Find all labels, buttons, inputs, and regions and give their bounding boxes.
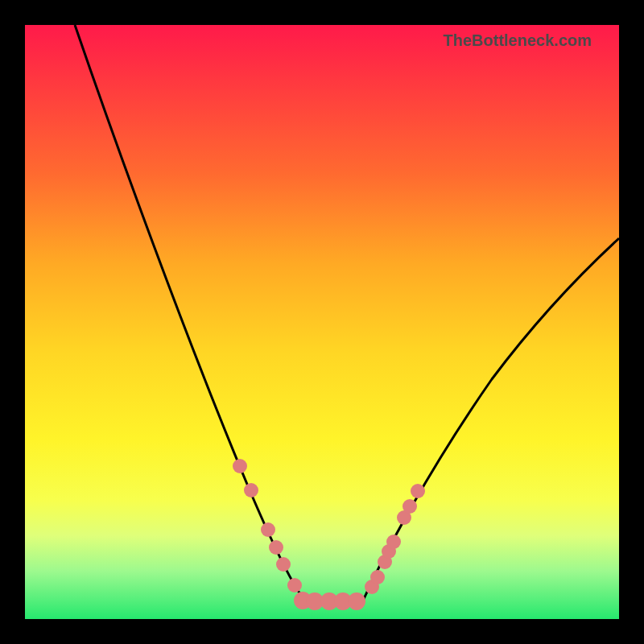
chart-plot-area: TheBottleneck.com (25, 25, 619, 619)
bottleneck-curve-right (363, 238, 619, 601)
gpu-marker (402, 499, 417, 514)
gpu-marker (287, 578, 302, 592)
gpu-marker (244, 483, 258, 497)
chart-frame: TheBottleneck.com (0, 0, 644, 644)
curve-svg (25, 25, 619, 619)
gpu-marker (386, 535, 401, 549)
gpu-marker (261, 522, 275, 537)
gpu-marker (370, 570, 385, 584)
gpu-marker (348, 592, 365, 610)
bottleneck-curve-left (75, 25, 305, 601)
gpu-marker (276, 557, 291, 572)
gpu-marker (411, 484, 425, 498)
gpu-marker (233, 459, 247, 473)
gpu-marker (269, 540, 283, 555)
